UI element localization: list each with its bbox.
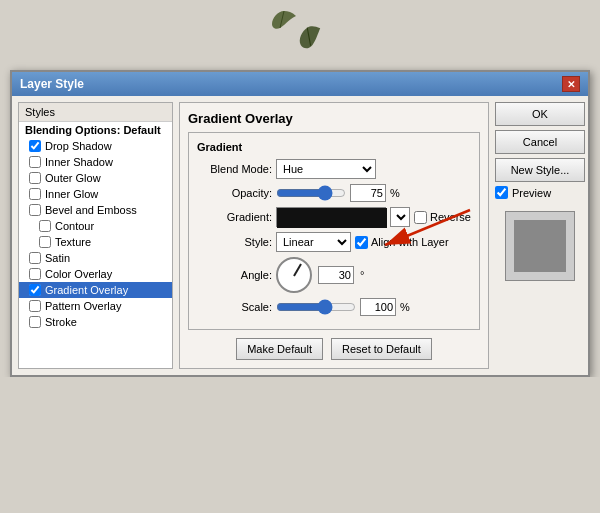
bottom-buttons: Make Default Reset to Default	[188, 338, 480, 360]
color-overlay-checkbox[interactable]	[29, 268, 41, 280]
color-overlay-item[interactable]: Color Overlay	[19, 266, 172, 282]
angle-row: Angle: °	[197, 257, 471, 293]
dialog-title: Layer Style	[20, 77, 84, 91]
reverse-checkbox[interactable]	[414, 211, 427, 224]
contour-item[interactable]: Contour	[19, 218, 172, 234]
inner-shadow-checkbox[interactable]	[29, 156, 41, 168]
blending-options-item[interactable]: Blending Options: Default	[19, 122, 172, 138]
gradient-row: Gradient:	[197, 207, 471, 227]
preview-label: Preview	[512, 187, 551, 199]
outer-glow-checkbox[interactable]	[29, 172, 41, 184]
angle-degree: °	[360, 269, 364, 281]
align-row: Align with Layer	[355, 236, 449, 249]
outer-glow-item[interactable]: Outer Glow	[19, 170, 172, 186]
close-button[interactable]: ✕	[562, 76, 580, 92]
preview-box	[505, 211, 575, 281]
opacity-input[interactable]	[350, 184, 386, 202]
title-bar: Layer Style ✕	[12, 72, 588, 96]
opacity-label: Opacity:	[197, 187, 272, 199]
styles-panel-header: Styles	[19, 103, 172, 122]
align-checkbox[interactable]	[355, 236, 368, 249]
style-select[interactable]: Linear Radial Angle Reflected Diamond	[276, 232, 351, 252]
gradient-overlay-checkbox[interactable]	[29, 284, 41, 296]
preview-inner	[514, 220, 566, 272]
contour-checkbox[interactable]	[39, 220, 51, 232]
preview-checkbox[interactable]	[495, 186, 508, 199]
drop-shadow-checkbox[interactable]	[29, 140, 41, 152]
satin-checkbox[interactable]	[29, 252, 41, 264]
satin-item[interactable]: Satin	[19, 250, 172, 266]
reset-to-default-button[interactable]: Reset to Default	[331, 338, 432, 360]
angle-dial-container: °	[276, 257, 364, 293]
gradient-section: Gradient Blend Mode: Hue Normal Multiply…	[188, 132, 480, 330]
inner-glow-checkbox[interactable]	[29, 188, 41, 200]
styles-panel: Styles Blending Options: Default Drop Sh…	[18, 102, 173, 369]
blend-mode-row: Blend Mode: Hue Normal Multiply Saturati…	[197, 159, 471, 179]
scale-percent: %	[400, 301, 410, 313]
opacity-percent: %	[390, 187, 400, 199]
bevel-emboss-checkbox[interactable]	[29, 204, 41, 216]
reverse-row: Reverse	[414, 211, 471, 224]
angle-label: Angle:	[197, 269, 272, 281]
bevel-emboss-item[interactable]: Bevel and Emboss	[19, 202, 172, 218]
scale-input[interactable]	[360, 298, 396, 316]
opacity-row: Opacity: %	[197, 184, 471, 202]
scale-slider[interactable]	[276, 301, 356, 313]
make-default-button[interactable]: Make Default	[236, 338, 323, 360]
dial-line	[293, 263, 302, 276]
gradient-preview[interactable]	[276, 207, 386, 227]
drop-shadow-item[interactable]: Drop Shadow	[19, 138, 172, 154]
gradient-overlay-item[interactable]: Gradient Overlay	[19, 282, 172, 298]
cancel-button[interactable]: Cancel	[495, 130, 585, 154]
inner-shadow-item[interactable]: Inner Shadow	[19, 154, 172, 170]
style-row: Style: Linear Radial Angle Reflected Dia…	[197, 232, 471, 252]
svg-rect-2	[277, 208, 387, 228]
gradient-overlay-panel: Gradient Overlay Gradient Blend Mode: Hu…	[179, 102, 489, 369]
new-style-button[interactable]: New Style...	[495, 158, 585, 182]
angle-input[interactable]	[318, 266, 354, 284]
angle-dial[interactable]	[276, 257, 312, 293]
gradient-dropdown-arrow[interactable]: ▾	[390, 207, 410, 227]
texture-item[interactable]: Texture	[19, 234, 172, 250]
pattern-overlay-item[interactable]: Pattern Overlay	[19, 298, 172, 314]
scale-row: Scale: %	[197, 298, 471, 316]
style-label: Style:	[197, 236, 272, 248]
inner-glow-item[interactable]: Inner Glow	[19, 186, 172, 202]
panel-title: Gradient Overlay	[188, 111, 480, 126]
gradient-section-title: Gradient	[197, 141, 471, 153]
gradient-label: Gradient:	[197, 211, 272, 223]
blend-mode-label: Blend Mode:	[197, 163, 272, 175]
stroke-checkbox[interactable]	[29, 316, 41, 328]
ok-button[interactable]: OK	[495, 102, 585, 126]
texture-checkbox[interactable]	[39, 236, 51, 248]
preview-row: Preview	[495, 186, 585, 199]
reverse-label: Reverse	[430, 211, 471, 223]
right-panel: OK Cancel New Style... Preview	[495, 102, 585, 369]
pattern-overlay-checkbox[interactable]	[29, 300, 41, 312]
scale-label: Scale:	[197, 301, 272, 313]
align-label: Align with Layer	[371, 236, 449, 248]
opacity-slider[interactable]	[276, 187, 346, 199]
blend-mode-select[interactable]: Hue Normal Multiply Saturation	[276, 159, 376, 179]
stroke-item[interactable]: Stroke	[19, 314, 172, 330]
